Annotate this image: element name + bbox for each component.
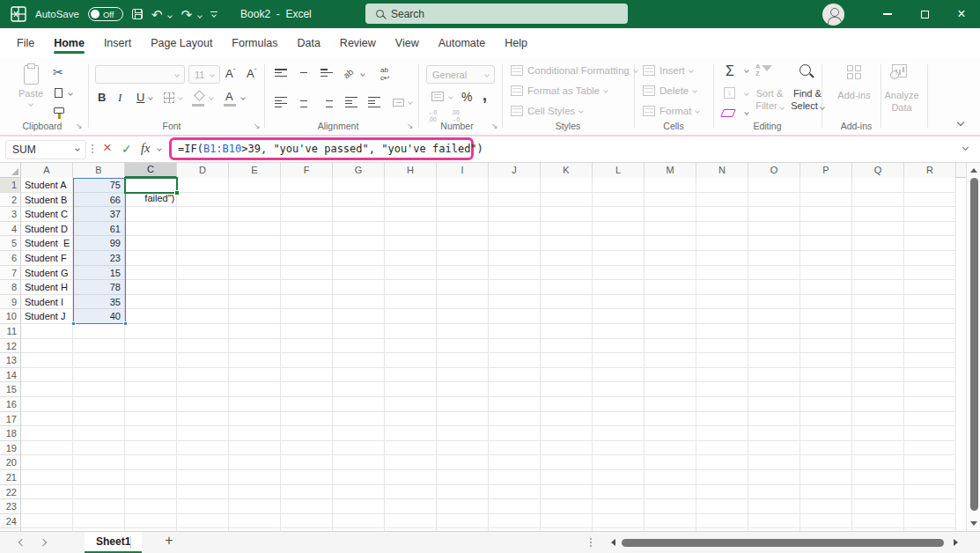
cell-Q12[interactable]: [852, 339, 904, 354]
cell-G17[interactable]: [333, 412, 385, 427]
cell-A23[interactable]: [21, 499, 73, 514]
cell-M6[interactable]: [645, 251, 696, 266]
cell-F1[interactable]: [281, 178, 333, 193]
cell-O7[interactable]: [748, 266, 800, 281]
cell-P12[interactable]: [800, 339, 852, 354]
cell-F16[interactable]: [281, 397, 333, 412]
cell-F15[interactable]: [281, 382, 333, 397]
cell-R18[interactable]: [904, 426, 956, 441]
cell-A5[interactable]: Student E: [21, 236, 73, 251]
tab-review[interactable]: Review: [332, 30, 384, 56]
cell-I23[interactable]: [437, 499, 489, 514]
cell-G24[interactable]: [333, 514, 385, 529]
cell-D24[interactable]: [177, 514, 229, 529]
cell-H22[interactable]: [385, 485, 437, 500]
cell-F5[interactable]: [281, 236, 333, 251]
cell-R16[interactable]: [904, 397, 956, 412]
cell-D20[interactable]: [177, 455, 229, 470]
underline-button[interactable]: U: [136, 90, 144, 106]
cell-K24[interactable]: [541, 514, 593, 529]
cell-G16[interactable]: [333, 397, 385, 412]
cell-G7[interactable]: [333, 266, 385, 281]
font-color-chevron-icon[interactable]: [240, 95, 246, 100]
cell-Q13[interactable]: [852, 353, 904, 368]
cell-P9[interactable]: [800, 295, 852, 310]
cell-O17[interactable]: [748, 412, 800, 427]
cell-K23[interactable]: [541, 499, 593, 514]
cell-M11[interactable]: [645, 324, 696, 339]
decrease-indent-button[interactable]: [345, 97, 357, 107]
cell-Q15[interactable]: [852, 382, 904, 397]
column-header-R[interactable]: R: [904, 163, 956, 178]
cell-P22[interactable]: [800, 485, 852, 500]
cell-D8[interactable]: [177, 280, 229, 295]
cell-G22[interactable]: [333, 485, 385, 500]
cell-L9[interactable]: [593, 295, 645, 310]
cell-P2[interactable]: [800, 193, 852, 208]
undo-icon[interactable]: ↶: [151, 8, 163, 21]
cell-C22[interactable]: [125, 485, 177, 500]
cell-O5[interactable]: [748, 236, 800, 251]
cell-I19[interactable]: [437, 441, 489, 456]
select-all-corner[interactable]: [0, 163, 21, 178]
cell-I6[interactable]: [437, 251, 489, 266]
cell-K10[interactable]: [541, 309, 593, 324]
cell-M2[interactable]: [645, 193, 696, 208]
cell-L1[interactable]: [593, 178, 645, 193]
cell-E1[interactable]: [229, 178, 281, 193]
cell-E16[interactable]: [229, 397, 281, 412]
cell-E2[interactable]: [229, 193, 281, 208]
cell-I11[interactable]: [437, 324, 489, 339]
column-header-M[interactable]: M: [645, 163, 696, 178]
cell-I16[interactable]: [437, 397, 489, 412]
cell-D14[interactable]: [177, 368, 229, 383]
tab-insert[interactable]: Insert: [96, 30, 139, 56]
cell-B22[interactable]: [73, 485, 125, 500]
column-header-E[interactable]: E: [229, 163, 281, 178]
cell-D6[interactable]: [177, 251, 229, 266]
vertical-scroll-thumb[interactable]: [970, 178, 978, 511]
cell-J16[interactable]: [489, 397, 541, 412]
cell-L6[interactable]: [593, 251, 645, 266]
cell-G12[interactable]: [333, 339, 385, 354]
autosum-chevron-icon[interactable]: [744, 68, 749, 73]
cell-F7[interactable]: [281, 266, 333, 281]
cell-R7[interactable]: [904, 266, 956, 281]
cell-E10[interactable]: [229, 309, 281, 324]
cell-I20[interactable]: [437, 455, 489, 470]
scroll-down-icon[interactable]: [970, 521, 977, 526]
cell-F17[interactable]: [281, 412, 333, 427]
cell-J14[interactable]: [489, 368, 541, 383]
cell-L18[interactable]: [593, 426, 645, 441]
cell-P8[interactable]: [800, 280, 852, 295]
account-avatar[interactable]: [822, 4, 844, 26]
cell-K16[interactable]: [541, 397, 593, 412]
cell-F22[interactable]: [281, 485, 333, 500]
cell-D9[interactable]: [177, 295, 229, 310]
cell-I21[interactable]: [437, 470, 489, 485]
cell-P23[interactable]: [800, 499, 852, 514]
cell-E19[interactable]: [229, 441, 281, 456]
cell-M14[interactable]: [645, 368, 696, 383]
cell-E21[interactable]: [229, 470, 281, 485]
font-color-button[interactable]: A: [225, 90, 233, 103]
previous-sheet-icon[interactable]: [18, 539, 26, 546]
cell-H8[interactable]: [385, 280, 437, 295]
row-header-13[interactable]: 13: [0, 353, 21, 368]
wrap-text-button[interactable]: ab c↩: [380, 67, 390, 83]
cell-O20[interactable]: [748, 455, 800, 470]
redo-icon[interactable]: ↷: [181, 8, 192, 21]
cell-O18[interactable]: [748, 426, 800, 441]
percent-style-button[interactable]: %: [461, 90, 472, 104]
cell-H24[interactable]: [385, 514, 437, 529]
cell-H13[interactable]: [385, 353, 437, 368]
row-header-3[interactable]: 3: [0, 207, 21, 222]
row-header-17[interactable]: 17: [0, 412, 21, 427]
column-header-H[interactable]: H: [385, 163, 437, 178]
row-header-23[interactable]: 23: [0, 499, 21, 514]
cell-A2[interactable]: Student B: [21, 193, 73, 208]
cell-N10[interactable]: [696, 309, 748, 324]
cell-G2[interactable]: [333, 193, 385, 208]
clear-eraser-icon[interactable]: [720, 109, 736, 117]
cell-P11[interactable]: [800, 324, 852, 339]
